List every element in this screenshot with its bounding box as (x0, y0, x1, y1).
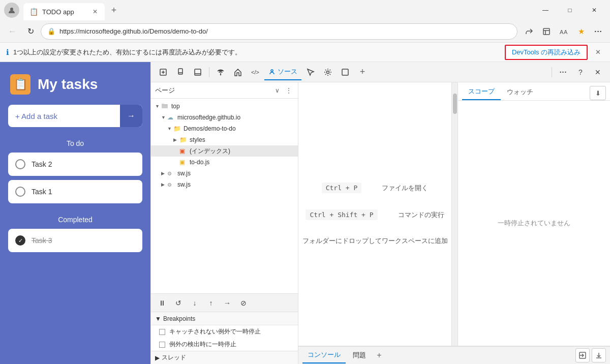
collections-icon[interactable] (539, 24, 554, 39)
refresh-button[interactable]: ↻ (22, 23, 39, 40)
profile-icon[interactable] (4, 3, 19, 18)
watch-tab[interactable]: ウォッチ (501, 84, 539, 100)
console-tab[interactable]: コンソール (302, 347, 346, 363)
thread-section[interactable]: ▶ スレッド (151, 351, 298, 364)
task-text-task3: Task 3 (32, 236, 52, 245)
more-menu-button[interactable]: ··· (591, 24, 606, 39)
share-icon[interactable] (522, 24, 537, 39)
add-console-tab-button[interactable]: + (373, 349, 385, 361)
ft-item-top[interactable]: ▼ top (151, 101, 298, 112)
new-tab-button[interactable]: + (107, 3, 121, 17)
source-hint-drop: フォルダーにドロップしてワークスペースに追加 (302, 236, 448, 246)
bp-checkbox-exception[interactable] (159, 342, 165, 348)
ft-arrow-styles: ▶ (173, 137, 179, 142)
svg-rect-9 (342, 69, 348, 75)
js-file-icon-todo: ▣ (179, 159, 188, 166)
dt-device-tool[interactable] (172, 64, 189, 80)
download-icon-button[interactable]: ⬇ (590, 86, 606, 100)
minimize-button[interactable]: — (534, 2, 557, 18)
dt-network-tool[interactable] (302, 64, 319, 80)
bp-label-uncaught: キャッチされない例外で一時停止 (169, 327, 261, 336)
source-view-area: ← Ctrl + P ファイルを開く Ctrl + Shift + P コマンド… (298, 82, 451, 346)
console-icon2[interactable] (592, 348, 606, 362)
devtools-reload-button[interactable]: DevTools の再読み込み (505, 45, 588, 60)
dt-inspect-tool[interactable] (155, 64, 171, 80)
ft-label-sw1: sw.js (177, 170, 191, 177)
breakpoints-panel: ▼ Breakpoints キャッチされない例外で一時停止 例外の検出時に一時停… (151, 312, 298, 351)
source-bottom-toolbar: ⏸ ↺ ↓ ↑ → ⊘ (151, 293, 298, 312)
url-bar[interactable]: 🔒 https://microsoftedge.github.io/Demos/… (41, 23, 517, 40)
dt-layout-tool[interactable] (337, 64, 353, 80)
ft-item-sw1[interactable]: ▶ ⚙ sw.js (151, 168, 298, 179)
dt-help-button[interactable]: ? (572, 64, 589, 80)
hint-key-ctrlshiftp: Ctrl + Shift + P (306, 209, 377, 220)
file-tree-more-icon[interactable]: ⋮ (284, 85, 294, 96)
step-into-button[interactable]: ↓ (188, 296, 202, 310)
pause-button[interactable]: ⏸ (155, 296, 169, 310)
breakpoints-header[interactable]: ▼ Breakpoints (151, 312, 298, 325)
favorites-icon[interactable]: ★ (573, 24, 589, 39)
back-button[interactable]: ← (4, 23, 20, 40)
step-over-button[interactable]: ↺ (171, 296, 186, 310)
ft-item-microsoftedge[interactable]: ▼ ☁ microsoftedge.github.io (151, 112, 298, 123)
bp-item-uncaught[interactable]: キャッチされない例外で一時停止 (151, 325, 298, 338)
step-out-button[interactable]: ↑ (204, 296, 218, 310)
scrollbar-thumb[interactable] (453, 94, 457, 114)
dt-sources-label: ソース (278, 67, 297, 76)
maximize-button[interactable]: □ (558, 2, 582, 18)
task-checkbox-task2[interactable] (15, 159, 25, 169)
read-aloud-icon[interactable]: AA (556, 24, 571, 39)
ft-label-index: (インデックス) (190, 147, 230, 156)
dt-separator1 (209, 67, 209, 77)
title-bar: 📋 TODO app ✕ + — □ ✕ (0, 0, 610, 20)
task-checkbox-task3[interactable]: ✓ (15, 235, 25, 246)
step-button[interactable]: → (220, 296, 234, 310)
dt-sources-tab[interactable]: ソース (264, 64, 301, 80)
active-tab[interactable]: 📋 TODO app ✕ (23, 3, 105, 20)
add-task-button[interactable]: + Add a task (8, 112, 120, 120)
dt-settings-tool[interactable] (320, 64, 336, 80)
ft-label-todo-js: to-do.js (190, 159, 209, 166)
notification-close-button[interactable]: ✕ (592, 46, 604, 58)
dt-home-tool[interactable] (230, 64, 246, 80)
todo-section-label: To do (0, 135, 150, 153)
add-task-label: + Add a task (15, 112, 57, 120)
window-controls: — □ ✕ (534, 2, 606, 18)
dt-wifi-tool[interactable] (212, 64, 229, 80)
address-bar: ← ↻ 🔒 https://microsoftedge.github.io/De… (0, 20, 610, 43)
task-checkbox-task1[interactable] (15, 187, 25, 197)
issues-tab[interactable]: 問題 (348, 347, 371, 363)
add-task-row[interactable]: + Add a task → (8, 105, 142, 127)
dt-drawer-tool[interactable] (190, 64, 206, 80)
task-item-task3[interactable]: ✓ Task 3 (8, 229, 142, 252)
hint-desc-drop: フォルダーにドロップしてワークスペースに追加 (302, 236, 448, 246)
ft-item-index[interactable]: ▶ ▣ (インデックス) (151, 145, 298, 157)
ft-item-styles[interactable]: ▶ 📁 styles (151, 134, 298, 145)
dt-more-button[interactable]: ··· (555, 64, 571, 80)
tab-close-button[interactable]: ✕ (92, 7, 99, 16)
file-tree-collapse-icon[interactable]: ∨ (273, 85, 282, 96)
console-icon1[interactable] (575, 348, 590, 362)
task-item-task1[interactable]: Task 1 (8, 180, 142, 203)
scrollbar[interactable] (451, 82, 458, 346)
folder-icon-top (161, 102, 169, 111)
dt-close-button[interactable]: ✕ (590, 64, 606, 80)
task-item-task2[interactable]: Task 2 (8, 153, 142, 176)
source-right-inner: ← Ctrl + P ファイルを開く Ctrl + Shift + P コマンド… (298, 82, 610, 346)
add-task-arrow-button[interactable]: → (120, 105, 142, 127)
deactivate-breakpoints-button[interactable]: ⊘ (236, 296, 251, 310)
close-button[interactable]: ✕ (583, 2, 606, 18)
ft-item-todo-js[interactable]: ▶ ▣ to-do.js (151, 157, 298, 168)
file-tree-header-label: ページ (155, 86, 271, 95)
bp-checkbox-uncaught[interactable] (159, 329, 165, 335)
ft-item-sw2[interactable]: ▶ ⚙ sw.js (151, 179, 298, 190)
bp-item-exception[interactable]: 例外の検出時に一時停止 (151, 338, 298, 351)
ft-arrow-top: ▼ (155, 104, 161, 109)
dt-add-tool[interactable]: + (354, 64, 371, 80)
svg-text:A: A (560, 29, 564, 35)
scope-tab[interactable]: スコープ (462, 84, 501, 100)
ft-item-demos[interactable]: ▼ 📁 Demos/demo-to-do (151, 123, 298, 134)
ft-arrow-microsoftedge: ▼ (161, 115, 167, 120)
svg-point-7 (271, 70, 273, 72)
dt-elements-tool[interactable]: </> (247, 64, 263, 80)
